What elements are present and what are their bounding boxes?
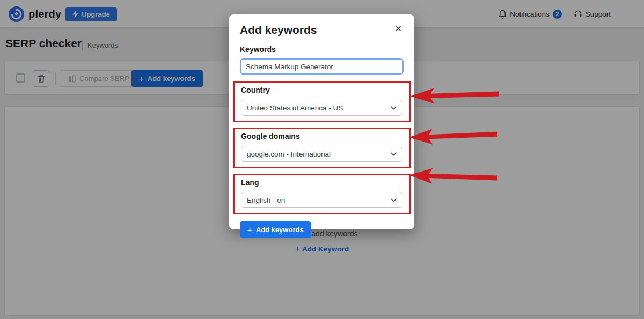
annotation-box-google-domains: Google domains google.com - Internationa… <box>233 128 411 168</box>
modal-header: Add keywords ✕ <box>240 24 404 36</box>
annotation-arrow-country <box>411 85 500 106</box>
chevron-down-icon <box>391 152 397 156</box>
keywords-input[interactable] <box>240 58 404 75</box>
annotation-arrow-lang <box>408 165 497 188</box>
annotation-box-country: Country United States of America - US <box>233 81 411 122</box>
country-select[interactable]: United States of America - US <box>241 100 402 116</box>
google-domains-field-label: Google domains <box>241 132 402 141</box>
annotation-box-lang: Lang English - en <box>233 174 411 214</box>
modal-title: Add keywords <box>240 24 317 36</box>
country-field-label: Country <box>241 86 402 95</box>
google-domains-select[interactable]: google.com - International <box>241 146 402 162</box>
annotation-arrow-google-domains <box>409 125 498 147</box>
lang-select-value: English - en <box>247 196 285 204</box>
modal-add-keywords-button[interactable]: + Add keywords <box>240 221 311 238</box>
lang-field-label: Lang <box>241 178 402 187</box>
chevron-down-icon <box>391 106 397 110</box>
country-select-value: United States of America - US <box>247 104 343 112</box>
chevron-down-icon <box>391 198 397 202</box>
add-keywords-modal: Add keywords ✕ Keywords Country United S… <box>229 14 414 229</box>
lang-select[interactable]: English - en <box>241 192 402 208</box>
google-domains-select-value: google.com - International <box>247 150 331 158</box>
modal-add-keywords-label: Add keywords <box>256 226 304 234</box>
plus-icon: + <box>247 226 252 234</box>
close-icon[interactable]: ✕ <box>393 24 404 34</box>
keywords-field-label: Keywords <box>240 45 404 54</box>
